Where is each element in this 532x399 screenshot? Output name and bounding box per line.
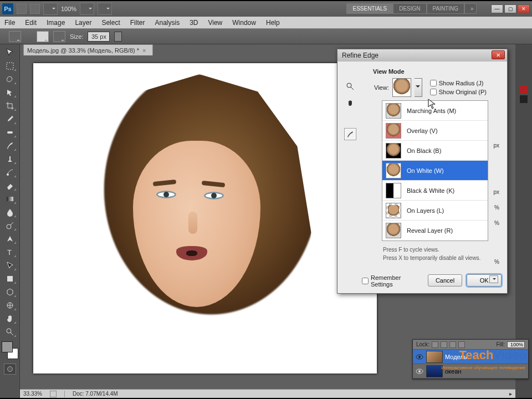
foreground-background-colors[interactable] <box>2 341 18 359</box>
tool-preset-picker[interactable] <box>9 31 21 42</box>
menu-image[interactable]: Image <box>47 19 65 27</box>
unit-px: px <box>493 189 499 195</box>
menu-file[interactable]: File <box>4 19 15 27</box>
gradient-tool-icon[interactable] <box>3 193 17 205</box>
zoom-level-label[interactable]: 100% <box>61 6 76 12</box>
window-minimize-button[interactable]: — <box>491 4 503 13</box>
menu-layer[interactable]: Layer <box>75 19 91 27</box>
layer-visibility-icon[interactable] <box>415 367 424 376</box>
brush-tool-icon[interactable] <box>3 140 17 152</box>
arrange-docs-dropdown[interactable] <box>43 3 58 15</box>
lasso-tool-icon[interactable] <box>3 73 17 85</box>
layers-fill-input[interactable] <box>507 341 525 348</box>
remember-settings-checkbox[interactable]: Remember Settings <box>362 274 423 288</box>
view-mode-group-label: View Mode <box>373 68 502 75</box>
lock-position-icon[interactable] <box>449 341 456 348</box>
quick-mask-button[interactable] <box>4 364 16 375</box>
hand-tool-icon[interactable] <box>344 97 356 109</box>
lock-pixels-icon[interactable] <box>441 341 447 348</box>
erase-refinements-tool-icon[interactable] <box>53 31 65 42</box>
view-mode-item-on-white[interactable]: On White (W) <box>382 161 488 181</box>
view-mode-item-on-layers[interactable]: On Layers (L) <box>382 201 488 221</box>
stamp-tool-icon[interactable] <box>3 153 17 165</box>
menu-window[interactable]: Window <box>232 19 256 27</box>
menu-analysis[interactable]: Analysis <box>155 19 180 27</box>
refine-radius-tool-icon[interactable] <box>37 31 49 42</box>
shape-tool-icon[interactable] <box>3 273 17 285</box>
layer-thumbnail <box>426 365 443 377</box>
view-mode-item-on-black[interactable]: On Black (B) <box>382 141 488 161</box>
lock-transparent-icon[interactable] <box>432 341 438 348</box>
crop-tool-icon[interactable] <box>3 100 17 112</box>
document-tab-title: Модель.jpg @ 33.3% (Модель, RGB/8) * <box>27 47 139 54</box>
dialog-titlebar[interactable]: Refine Edge ✕ <box>337 49 507 62</box>
canvas[interactable] <box>33 63 377 374</box>
dialog-close-button[interactable]: ✕ <box>492 50 505 59</box>
show-original-checkbox[interactable]: Show Original (P) <box>430 89 487 95</box>
view-mode-item-black-white[interactable]: Black & White (K) <box>382 181 488 201</box>
photo-content <box>33 63 377 374</box>
extras-dropdown[interactable] <box>98 3 112 15</box>
status-doc-info[interactable]: Doc: 7.07M/14.4M <box>73 391 118 397</box>
3d-camera-tool-icon[interactable] <box>3 299 17 311</box>
document-tab[interactable]: Модель.jpg @ 33.3% (Модель, RGB/8) * × <box>23 44 153 55</box>
output-to-dropdown[interactable] <box>489 275 498 283</box>
cancel-button[interactable]: Cancel <box>428 274 463 287</box>
refine-radius-tool-icon[interactable] <box>344 128 356 140</box>
unit-pct: % <box>494 259 499 265</box>
menu-3d[interactable]: 3D <box>190 19 198 27</box>
show-radius-checkbox[interactable]: Show Radius (J) <box>430 80 487 86</box>
unit-pct: % <box>494 220 499 226</box>
view-mode-item-marching-ants[interactable]: Marching Ants (M) <box>382 101 488 121</box>
view-mode-thumbnail[interactable] <box>392 78 411 97</box>
menu-select[interactable]: Select <box>101 19 120 27</box>
type-tool-icon[interactable]: T <box>3 246 17 258</box>
launch-bridge-icon[interactable] <box>17 4 27 14</box>
lock-all-icon[interactable] <box>458 341 465 348</box>
menu-bar: File Edit Image Layer Select Filter Anal… <box>0 17 532 29</box>
pen-tool-icon[interactable] <box>3 233 17 245</box>
menu-filter[interactable]: Filter <box>130 19 145 27</box>
brush-size-label: Size: <box>70 33 83 40</box>
zoom-tool-icon[interactable] <box>344 80 356 93</box>
status-zoom[interactable]: 33.33% <box>23 391 42 397</box>
view-mode-item-overlay[interactable]: Overlay (V) <box>382 121 488 141</box>
workspace-more-icon[interactable]: » <box>464 3 477 14</box>
marquee-tool-icon[interactable] <box>3 60 17 72</box>
svg-point-10 <box>418 356 421 358</box>
view-mode-dropdown-button[interactable] <box>415 78 422 97</box>
blur-tool-icon[interactable] <box>3 206 17 218</box>
zoom-tool-icon[interactable] <box>3 326 17 338</box>
workspace-design[interactable]: DESIGN <box>393 3 426 14</box>
3d-tool-icon[interactable] <box>3 286 17 298</box>
screen-mode-dropdown[interactable] <box>80 3 94 15</box>
mini-bridge-icon[interactable] <box>30 4 40 14</box>
refine-edge-dialog: Refine Edge ✕ View Mode View: Show Radiu… <box>337 49 508 294</box>
workspace-painting[interactable]: PAINTING <box>427 3 464 14</box>
options-bar: Size: <box>0 29 532 44</box>
view-mode-item-reveal-layer[interactable]: Reveal Layer (R) <box>382 221 488 241</box>
workspace-essentials[interactable]: ESSENTIALS <box>346 3 393 14</box>
brush-size-input[interactable] <box>88 32 110 42</box>
dodge-tool-icon[interactable] <box>3 219 17 232</box>
document-tab-close-icon[interactable]: × <box>142 47 149 54</box>
path-select-tool-icon[interactable] <box>3 259 17 272</box>
view-mode-hint-2: Press X to temporarily disable all views… <box>383 254 502 262</box>
healing-brush-tool-icon[interactable] <box>3 126 17 139</box>
layer-visibility-icon[interactable] <box>415 352 424 361</box>
menu-edit[interactable]: Edit <box>25 19 37 27</box>
eyedropper-tool-icon[interactable] <box>3 113 17 125</box>
svg-point-8 <box>7 329 11 333</box>
history-brush-tool-icon[interactable] <box>3 166 17 178</box>
menu-help[interactable]: Help <box>266 19 280 27</box>
brush-size-stepper[interactable] <box>114 32 122 42</box>
quick-select-tool-icon[interactable] <box>3 86 17 99</box>
move-tool-icon[interactable] <box>3 47 17 59</box>
status-zoom-stepper[interactable] <box>50 391 57 397</box>
window-close-button[interactable]: ✕ <box>518 4 530 13</box>
eraser-tool-icon[interactable] <box>3 180 17 192</box>
status-bar: 33.33% Doc: 7.07M/14.4M ▸ <box>20 389 515 398</box>
window-maximize-button[interactable]: ▢ <box>504 4 516 13</box>
menu-view[interactable]: View <box>208 19 222 27</box>
hand-tool-icon[interactable] <box>3 313 17 325</box>
